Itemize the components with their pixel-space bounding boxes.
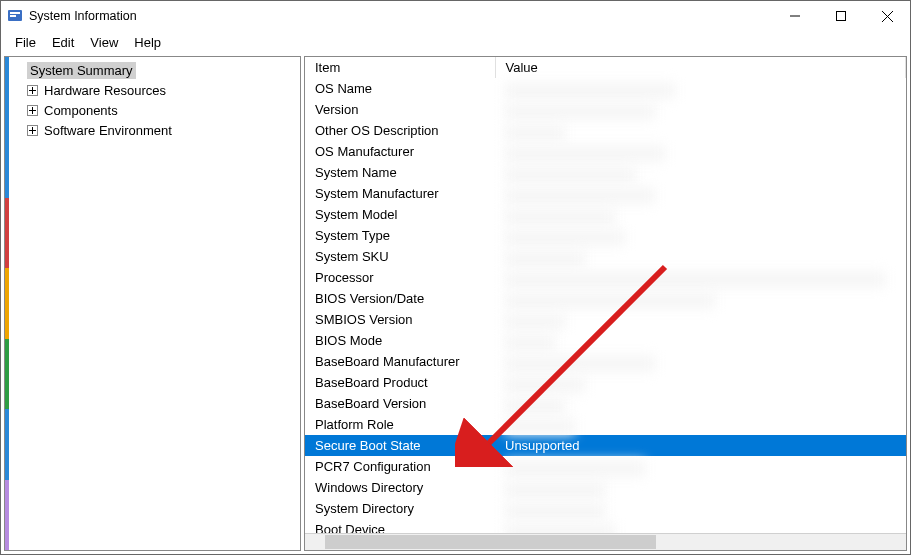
grid-row[interactable]: BaseBoard Product: [305, 372, 906, 393]
cell-item: Windows Directory: [305, 477, 495, 498]
cell-item: OS Name: [305, 78, 495, 99]
tree-system-summary[interactable]: System Summary: [5, 60, 300, 80]
svg-rect-4: [837, 12, 846, 21]
grid-row[interactable]: BIOS Version/Date: [305, 288, 906, 309]
grid-row[interactable]: Processor: [305, 267, 906, 288]
tree-software-environment[interactable]: Software Environment: [5, 120, 300, 140]
tree-components[interactable]: Components: [5, 100, 300, 120]
titlebar: System Information: [1, 1, 910, 31]
grid-row[interactable]: Windows Directory: [305, 477, 906, 498]
cell-item: System Model: [305, 204, 495, 225]
tree-item-label: System Summary: [27, 62, 136, 79]
cell-item: BaseBoard Manufacturer: [305, 351, 495, 372]
cell-value: [495, 519, 906, 533]
cell-item: System Directory: [305, 498, 495, 519]
cell-item: Boot Device: [305, 519, 495, 533]
grid-row[interactable]: System Directory: [305, 498, 906, 519]
grid-row[interactable]: System Model: [305, 204, 906, 225]
svg-rect-1: [10, 12, 20, 14]
cell-item: BaseBoard Product: [305, 372, 495, 393]
menubar: File Edit View Help: [1, 31, 910, 53]
cell-value: [495, 414, 906, 435]
cell-item: System SKU: [305, 246, 495, 267]
cell-item: PCR7 Configuration: [305, 456, 495, 477]
property-grid[interactable]: Item Value OS NameVersionOther OS Descri…: [305, 57, 906, 533]
horizontal-scrollbar[interactable]: [305, 533, 906, 550]
svg-rect-2: [10, 15, 16, 17]
minimize-button[interactable]: [772, 1, 818, 31]
menu-edit[interactable]: Edit: [44, 33, 82, 52]
cell-value: [495, 351, 906, 372]
cell-item: System Manufacturer: [305, 183, 495, 204]
plus-icon[interactable]: [25, 103, 39, 117]
tree-item-label: Software Environment: [41, 122, 175, 139]
cell-item: Processor: [305, 267, 495, 288]
navigation-tree[interactable]: System Summary Hardware Resources Compon…: [4, 56, 301, 551]
cell-value: [495, 183, 906, 204]
grid-row[interactable]: PCR7 Configuration: [305, 456, 906, 477]
cell-item: System Type: [305, 225, 495, 246]
content: System Summary Hardware Resources Compon…: [1, 53, 910, 554]
detail-scroll[interactable]: Item Value OS NameVersionOther OS Descri…: [305, 57, 906, 533]
grid-row[interactable]: SMBIOS Version: [305, 309, 906, 330]
cell-value: [495, 246, 906, 267]
menu-help[interactable]: Help: [126, 33, 169, 52]
column-value[interactable]: Value: [495, 57, 906, 78]
plus-icon[interactable]: [25, 83, 39, 97]
cell-item: Other OS Description: [305, 120, 495, 141]
cell-value: [495, 498, 906, 519]
cell-value: [495, 267, 906, 288]
cell-value: [495, 225, 906, 246]
cell-value: [495, 330, 906, 351]
menu-view[interactable]: View: [82, 33, 126, 52]
cell-value: [495, 456, 906, 477]
app-icon: [7, 8, 23, 24]
plus-icon[interactable]: [25, 123, 39, 137]
grid-row[interactable]: System Name: [305, 162, 906, 183]
grid-row[interactable]: Other OS Description: [305, 120, 906, 141]
edge-color-bar: [5, 57, 9, 550]
grid-row[interactable]: BIOS Mode: [305, 330, 906, 351]
cell-item: System Name: [305, 162, 495, 183]
scrollbar-thumb[interactable]: [325, 535, 656, 549]
grid-row[interactable]: OS Manufacturer: [305, 141, 906, 162]
grid-row[interactable]: Version: [305, 99, 906, 120]
grid-row[interactable]: Secure Boot StateUnsupported: [305, 435, 906, 456]
cell-value: [495, 309, 906, 330]
cell-value: [495, 78, 906, 99]
cell-item: Version: [305, 99, 495, 120]
cell-item: Platform Role: [305, 414, 495, 435]
grid-row[interactable]: OS Name: [305, 78, 906, 99]
cell-value: [495, 288, 906, 309]
tree-item-label: Components: [41, 102, 121, 119]
cell-item: BIOS Mode: [305, 330, 495, 351]
cell-item: SMBIOS Version: [305, 309, 495, 330]
tree-item-label: Hardware Resources: [41, 82, 169, 99]
cell-item: BIOS Version/Date: [305, 288, 495, 309]
window-buttons: [772, 1, 910, 31]
grid-row[interactable]: System Manufacturer: [305, 183, 906, 204]
cell-value: [495, 477, 906, 498]
grid-row[interactable]: BaseBoard Manufacturer: [305, 351, 906, 372]
tree-hardware-resources[interactable]: Hardware Resources: [5, 80, 300, 100]
grid-row[interactable]: BaseBoard Version: [305, 393, 906, 414]
window: System Information File Edit View Help S…: [0, 0, 911, 555]
column-item[interactable]: Item: [305, 57, 495, 78]
window-title: System Information: [29, 9, 137, 23]
detail-pane: Item Value OS NameVersionOther OS Descri…: [304, 56, 907, 551]
menu-file[interactable]: File: [7, 33, 44, 52]
grid-row[interactable]: Boot Device: [305, 519, 906, 533]
grid-header-row: Item Value: [305, 57, 906, 78]
maximize-button[interactable]: [818, 1, 864, 31]
grid-row[interactable]: System SKU: [305, 246, 906, 267]
cell-value: [495, 141, 906, 162]
cell-item: OS Manufacturer: [305, 141, 495, 162]
cell-value: [495, 162, 906, 183]
cell-value: [495, 372, 906, 393]
grid-row[interactable]: Platform Role: [305, 414, 906, 435]
cell-value: [495, 99, 906, 120]
close-button[interactable]: [864, 1, 910, 31]
cell-value: [495, 204, 906, 225]
cell-item: BaseBoard Version: [305, 393, 495, 414]
grid-row[interactable]: System Type: [305, 225, 906, 246]
